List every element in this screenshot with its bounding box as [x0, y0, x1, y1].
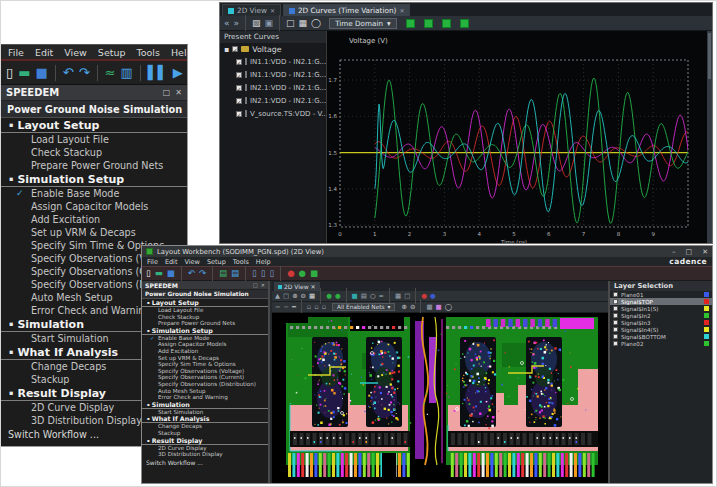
enable-green-icon[interactable]: ■ — [310, 269, 318, 278]
menu-tools[interactable]: Tools — [137, 47, 160, 58]
board-view-icon[interactable]: ▤ — [219, 269, 227, 278]
workflow-item-prepare-power-ground-nets[interactable]: Prepare Power Ground Nets — [1, 159, 187, 172]
curve-item[interactable]: ✓IN1.1:VDD - IN2.1:G... — [220, 68, 326, 81]
doc-blue-icon[interactable]: ▯ — [269, 269, 274, 278]
layout-menu-edit[interactable]: Edit — [165, 258, 178, 266]
layer-checkbox-icon[interactable]: ✓ — [613, 327, 618, 332]
prev-curve-icon[interactable]: « — [224, 19, 230, 28]
workflow-item-assign-capacitor-models[interactable]: Assign Capacitor Models — [142, 341, 268, 348]
layer-row-signal-top[interactable]: ✓Signal$TOP — [610, 298, 712, 305]
layer-row-signal-in2[interactable]: ✓Signal$In2 — [610, 312, 712, 319]
curve-toggle-1-icon[interactable] — [406, 19, 415, 28]
new-file-icon[interactable]: ▯ — [146, 269, 151, 278]
workflow-item-2d-curve-display[interactable]: 2D Curve Display — [142, 445, 268, 452]
run-green-icon[interactable]: ● — [299, 269, 306, 278]
layer-checkbox-icon[interactable]: ✓ — [613, 320, 618, 325]
curve-item[interactable]: ✓IN2.1:VDD - IN2.1:G... — [220, 81, 326, 94]
workflow-item-specify-observations-current[interactable]: Specify Observations (Current) — [142, 374, 268, 381]
layer-checkbox-icon[interactable]: ✓ — [613, 341, 618, 346]
teal-box-icon[interactable]: ■ — [352, 293, 358, 300]
workflow-item-3d-distribution-display[interactable]: 3D Distribution Display — [142, 451, 268, 458]
workflow-item-specify-observations-distribution[interactable]: Specify Observations (Distribution) — [142, 381, 268, 388]
stackup-view-icon[interactable]: ▤ — [231, 269, 239, 278]
curve-checkbox-icon[interactable]: ✓ — [236, 85, 242, 91]
layout-menu-view[interactable]: View — [184, 258, 199, 266]
switch-workflow-link[interactable]: Switch Workflow ... — [142, 458, 268, 468]
eraser-icon[interactable]: ▨ — [252, 19, 261, 28]
curve-item[interactable]: ✓V_source.TS:VDD - V... — [220, 107, 326, 120]
layout-menu-setup[interactable]: Setup — [207, 258, 226, 266]
workflow-section-layout-setup[interactable]: ▪Layout Setup — [142, 299, 268, 307]
minimize-icon[interactable]: – — [672, 248, 676, 256]
layer-checkbox-icon[interactable]: ✓ — [613, 334, 618, 339]
blue-dot-icon[interactable]: ● — [430, 293, 436, 300]
pcb-canvas[interactable] — [272, 313, 608, 483]
sel-box-icon[interactable]: ▫ — [314, 304, 318, 311]
menu-file[interactable]: File — [8, 47, 24, 58]
curve-checkbox-icon[interactable]: ✓ — [236, 59, 242, 65]
layer-row-plane01[interactable]: ✓Plane01 — [610, 291, 712, 298]
layer-row-signal-in4-s[interactable]: ✓Signal$In4(S) — [610, 326, 712, 333]
layer-checkbox-icon[interactable]: ✓ — [613, 306, 618, 311]
close-tab-icon[interactable]: ✕ — [311, 283, 316, 290]
redo-icon[interactable]: ↷ — [199, 269, 206, 278]
color-box-icon[interactable]: ■ — [436, 304, 442, 311]
workflow-section-simulation[interactable]: ▪Simulation — [142, 401, 268, 409]
oval-select-icon[interactable]: ◯ — [445, 304, 452, 311]
waveform-plot-area[interactable]: Voltage (V)01234567891.71.61.51.41.3Time… — [327, 31, 707, 243]
workflow-item-load-layout-file[interactable]: Load Layout File — [142, 307, 268, 314]
curve-tree-root[interactable]: ▪✓Voltage — [220, 43, 326, 55]
zoom-in-icon[interactable]: ⊕ — [292, 293, 297, 300]
layout-menu-help[interactable]: Help — [256, 258, 271, 266]
fit-view-icon[interactable]: ▦ — [299, 19, 308, 28]
next-curve-icon[interactable]: » — [234, 19, 240, 28]
zoom-out-icon[interactable]: ⊖ — [410, 304, 415, 311]
select-rect-icon[interactable]: □ — [286, 19, 295, 28]
new-file-icon[interactable]: ▯ — [6, 66, 13, 79]
grid-box-icon[interactable]: ▦ — [395, 293, 401, 300]
workflow-item-assign-capacitor-models[interactable]: Assign Capacitor Models — [1, 200, 187, 213]
layer-row-signal-in1-s[interactable]: ✓Signal$In1(S) — [610, 305, 712, 312]
workflow-item-check-stackup[interactable]: Check Stackup — [142, 314, 268, 321]
maximize-icon[interactable]: □ — [686, 248, 693, 256]
redo-icon[interactable]: ↷ — [79, 66, 90, 79]
expand-icon[interactable]: ▪ — [224, 45, 229, 54]
layer-row-plane02[interactable]: ✓Plane02 — [610, 340, 712, 347]
workflow-section-simulation-setup[interactable]: ▪Simulation Setup — [142, 327, 268, 335]
stop-red-icon[interactable]: ● — [287, 269, 294, 278]
open-folder-icon[interactable]: ▬ — [18, 66, 30, 79]
workflow-section-what-if-analysis[interactable]: ▪What If Analysis — [142, 415, 268, 423]
menu-edit[interactable]: Edit — [35, 47, 53, 58]
marker-icon[interactable]: ▣ — [265, 19, 274, 28]
workflow-section-result-display[interactable]: ▪Result Display — [142, 437, 268, 445]
plot-vertical-scrollbar[interactable] — [707, 31, 712, 243]
menu-help[interactable]: Help — [171, 47, 188, 58]
domain-dropdown[interactable]: Time Domain▾ — [329, 18, 396, 29]
close-tab-icon[interactable]: ✕ — [399, 7, 404, 14]
workflow-item-change-decaps[interactable]: Change Decaps — [142, 423, 268, 430]
layer-row-signal-bottom[interactable]: ✓Signal$BOTTOM — [610, 333, 712, 340]
doc-blue-icon[interactable]: ▯ — [252, 269, 257, 278]
layer-box-icon[interactable]: ▤ — [361, 293, 367, 300]
fit-view-icon[interactable]: ▦ — [309, 293, 315, 300]
workflow-section-simulation-setup[interactable]: ▪Simulation Setup — [1, 172, 187, 187]
line-thin-icon[interactable]: − — [275, 304, 280, 311]
workflow-item-add-excitation[interactable]: Add Excitation — [142, 348, 268, 355]
sim-chart-icon[interactable]: ▥ — [120, 66, 132, 79]
workflow-item-error-check-and-warning[interactable]: Error Check and Warning — [142, 394, 268, 401]
layout-menu-file[interactable]: File — [147, 258, 158, 266]
text-box-icon[interactable]: □ — [404, 293, 410, 300]
curve-item[interactable]: ✓IN1.1:VDD - IN2.1:G... — [220, 55, 326, 68]
close-tab-icon[interactable]: ✕ — [270, 7, 275, 14]
workflow-item-start-simulation[interactable]: Start Simulation — [142, 409, 268, 416]
layer-checkbox-icon[interactable]: ✓ — [613, 313, 618, 318]
pointer-icon[interactable]: ▲ — [275, 293, 280, 300]
workflow-item-load-layout-file[interactable]: Load Layout File — [1, 133, 187, 146]
tab-2d-curves-time-variation[interactable]: 2D Curves (Time Variation)✕ — [283, 4, 411, 16]
tab-2d-view[interactable]: 2D View ✕ — [274, 282, 320, 291]
red-dot-icon[interactable]: ● — [421, 293, 427, 300]
workflow-item-enable-base-mode[interactable]: ✓Enable Base Mode — [142, 335, 268, 342]
workflow-item-add-excitation[interactable]: Add Excitation — [1, 213, 187, 226]
nets-filter-dropdown[interactable]: All Enabled Nets▾ — [332, 303, 395, 311]
workflow-item-prepare-power-ground-nets[interactable]: Prepare Power Ground Nets — [142, 320, 268, 327]
